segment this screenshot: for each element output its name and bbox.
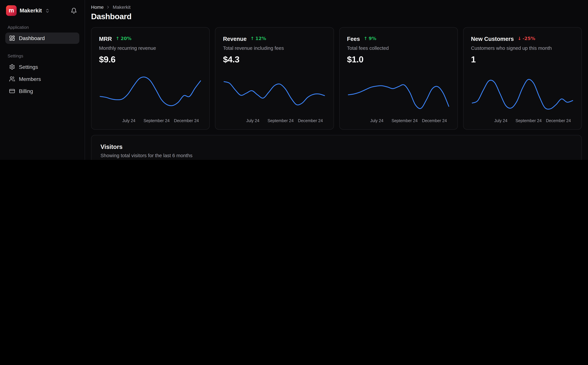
section-label-application: Application [8,25,77,29]
axis-tick: September 24 [516,118,542,123]
stat-subtitle: Customers who signed up this month [471,45,574,51]
visitors-title: Visitors [101,144,573,150]
breadcrumb-current: Makerkit [113,5,131,10]
axis-tick: December 24 [174,118,199,123]
stat-subtitle: Total fees collected [347,45,450,51]
sidebar-item-billing[interactable]: Billing [5,85,79,97]
stats-grid: MRR ↑20% Monthly recurring revenue $9.6 … [91,27,582,130]
workspace-selector[interactable]: m Makerkit [6,5,50,16]
stat-card-revenue: Revenue ↑12% Total revenue including fee… [215,27,334,130]
revenue-sparkline-chart [223,71,326,117]
trend-delta: 20% [121,36,131,41]
gear-icon [9,64,15,70]
sidebar-item-label: Billing [19,88,33,94]
trend-badge: ↑12% [250,36,266,41]
axis-tick: December 24 [298,118,323,123]
sidebar-item-label: Settings [19,64,38,70]
page-title: Dashboard [91,12,582,21]
axis-tick: September 24 [267,118,294,123]
trend-arrow-icon: ↑ [364,36,367,41]
stat-title: MRR [99,35,112,42]
workspace-name: Makerkit [20,8,42,14]
breadcrumb: Home Makerkit [91,5,582,10]
stat-card-fees: Fees ↑9% Total fees collected $1.0 July … [339,27,458,130]
credit-card-icon [9,88,15,94]
axis-tick: July 24 [494,118,507,123]
sidebar-item-label: Dashboard [19,35,45,41]
chevron-right-icon [106,5,110,9]
sidebar-header: m Makerkit [5,5,79,16]
stat-subtitle: Total revenue including fees [223,45,326,51]
main-content: Home Makerkit Dashboard MRR ↑20% Monthly… [85,0,588,160]
bell-icon [71,7,77,14]
sparkline-axis: July 24 September 24 December 24 [223,118,326,124]
makerkit-logo: m [6,5,17,16]
layout-dashboard-icon [9,35,15,41]
trend-arrow-icon: ↑ [116,36,119,41]
sparkline-axis: July 24 September 24 December 24 [347,118,450,124]
users-icon [9,76,15,82]
axis-tick: September 24 [392,118,418,123]
stat-title: Revenue [223,35,247,42]
axis-tick: July 24 [246,118,260,123]
mrr-sparkline-chart [99,71,202,117]
stat-value: $4.3 [223,54,326,65]
stat-subtitle: Monthly recurring revenue [99,45,202,51]
chevrons-up-down-icon [45,8,50,13]
stat-card-mrr: MRR ↑20% Monthly recurring revenue $9.6 … [91,27,210,130]
notifications-button[interactable] [69,6,79,15]
visitors-card: Visitors Showing total visitors for the … [91,135,582,160]
trend-badge: ↓-25% [518,36,535,41]
sparkline-axis: July 24 September 24 December 24 [471,118,574,124]
axis-tick: December 24 [546,118,571,123]
stat-card-new-customers: New Customers ↓-25% Customers who signed… [463,27,582,130]
sidebar-item-settings[interactable]: Settings [5,61,79,73]
new-customers-sparkline-chart [471,71,574,117]
axis-tick: September 24 [144,118,170,123]
sidebar: m Makerkit Application Dashboard Setting… [0,0,85,160]
stat-value: $1.0 [347,54,450,65]
sidebar-item-label: Members [19,76,41,82]
section-label-settings: Settings [8,54,77,58]
stat-title: Fees [347,35,360,42]
breadcrumb-home[interactable]: Home [91,5,104,10]
trend-arrow-icon: ↓ [518,36,521,41]
axis-tick: July 24 [370,118,383,123]
trend-arrow-icon: ↑ [250,36,254,41]
stat-value: 1 [471,54,574,65]
stat-title: New Customers [471,35,514,42]
app-root: m Makerkit Application Dashboard Setting… [0,0,588,160]
sidebar-item-dashboard[interactable]: Dashboard [5,32,79,44]
trend-delta: 12% [255,36,266,41]
axis-tick: July 24 [122,118,135,123]
trend-badge: ↑9% [364,36,376,41]
trend-delta: 9% [369,36,376,41]
stat-value: $9.6 [99,54,202,65]
fees-sparkline-chart [347,71,450,117]
trend-badge: ↑20% [116,36,131,41]
axis-tick: December 24 [422,118,447,123]
visitors-subtitle: Showing total visitors for the last 6 mo… [101,153,573,158]
sparkline-axis: July 24 September 24 December 24 [99,118,202,124]
trend-delta: -25% [523,36,535,41]
sidebar-item-members[interactable]: Members [5,73,79,85]
logo-letter: m [9,7,14,14]
